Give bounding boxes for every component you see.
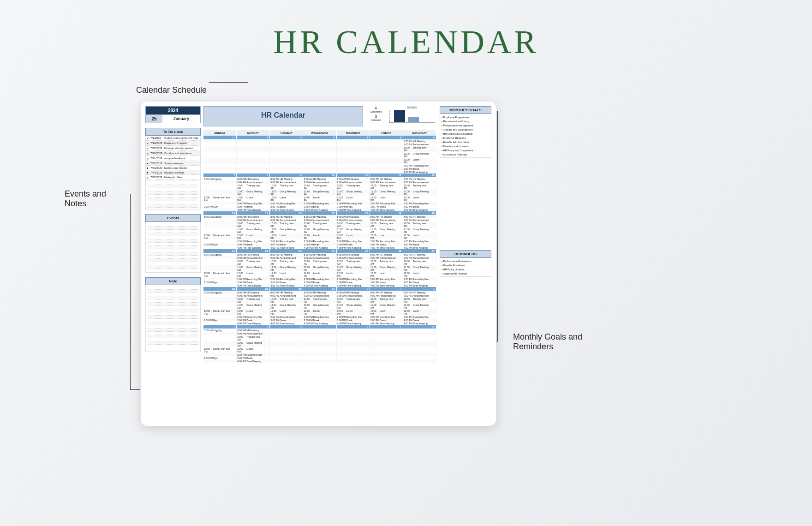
slot-cell: 10:00 AMTraining new — [303, 221, 336, 227]
checkbox-icon: ■ — [147, 162, 150, 165]
slot-time: 3:00 PM — [270, 243, 280, 246]
slot-cell — [337, 164, 370, 167]
slot-cell: 11:00 AMGroup Meeting — [403, 303, 436, 309]
slot-cell — [203, 294, 237, 297]
slot-row: 11:00 AMGroup Meeting — [203, 341, 436, 347]
slot-event: Dinner with fam — [213, 272, 236, 277]
slot-event: Group Meeting — [346, 304, 369, 309]
slot-time: 3:00 PM — [237, 281, 246, 284]
slot-time — [337, 353, 346, 356]
slot-time: 12:00 PM — [337, 196, 346, 202]
slot-time — [270, 347, 280, 353]
slot-cell: 4:00 PMTime Keeping — [337, 246, 370, 249]
slot-time: 2:00 PM — [337, 278, 346, 281]
slot-event: HR Meeting — [246, 329, 269, 332]
slot-cell: 12:00 PMLunch — [270, 271, 303, 277]
slot-row: 2:00 PMRecording files2:00 PMRecording f… — [203, 239, 436, 243]
slot-event: HR Meeting — [313, 291, 335, 294]
slot-cell — [303, 356, 336, 359]
slot-time — [270, 171, 280, 173]
slot-event: Recording files — [280, 316, 302, 318]
slot-time: 3:00 PM — [370, 319, 380, 322]
slot-time — [237, 140, 246, 143]
slot-cell — [203, 143, 237, 146]
slot-event: Break — [280, 281, 302, 284]
slot-time: 11:00 AM — [237, 341, 246, 347]
slot-cell: 3:00 PMBreak — [403, 318, 436, 322]
slot-time: 2:00 PM — [370, 316, 380, 318]
slot-cell: 12:00 PMLunch — [303, 309, 336, 315]
slot-cell — [237, 167, 270, 170]
slot-time — [304, 158, 313, 164]
slot-time — [204, 202, 213, 205]
slot-cell — [337, 335, 370, 341]
slot-time — [237, 167, 246, 170]
slot-event: Group Meeting — [280, 190, 302, 196]
slot-cell — [303, 158, 336, 164]
slot-cell: 8:00 AMJogging — [203, 215, 237, 218]
date-num: 1 — [337, 287, 370, 291]
note-header: Note — [145, 277, 201, 285]
slot-event: Training new — [280, 184, 302, 190]
slot-cell: 10:00 AMTraining new — [337, 297, 370, 303]
slot-event — [213, 181, 236, 184]
slot-event: Training new — [346, 184, 369, 190]
todo-item: ■7/22/2023Screen resumes — [146, 161, 200, 166]
slot-time: 11:00 AM — [270, 304, 280, 309]
slot-time — [204, 278, 213, 281]
slot-time: 10:00 AM — [404, 222, 413, 227]
slot-time: 11:00 AM — [304, 304, 313, 309]
slot-time — [237, 146, 246, 152]
slot-time: 4:00 PM — [404, 246, 413, 249]
date-num: 10 — [403, 325, 436, 329]
slot-cell: 12:00 PMLunch — [303, 196, 336, 202]
slot-cell — [203, 167, 237, 170]
slot-cell: 10:00 AMTraining new — [370, 221, 403, 227]
slot-time: 11:00 AM — [270, 190, 280, 196]
slot-event: Announcement — [246, 332, 269, 335]
slot-event: Break — [380, 243, 402, 246]
slot-event: Jogging — [213, 215, 236, 218]
slot-event: Time Keeping — [280, 209, 302, 211]
slot-time: 3:00 PM — [237, 205, 246, 208]
date-num: 10 — [303, 173, 336, 177]
slot-cell — [237, 143, 270, 146]
slot-cell — [403, 347, 436, 353]
slot-cell: 12:00 PMLunch — [237, 347, 270, 353]
slot-time — [204, 335, 213, 341]
slot-time: 9:00 AM — [404, 219, 413, 221]
slot-time: 3:00 PM — [204, 319, 213, 322]
slot-event — [213, 219, 236, 221]
slot-cell — [370, 359, 403, 363]
slot-cell: 4:00 PMTime Keeping — [370, 284, 403, 287]
slot-time: 8:00 AM — [237, 329, 246, 332]
slot-cell: 10:00 AMTraining new — [237, 221, 270, 227]
slot-cell: 8:00 AMHR Meeting — [237, 177, 270, 180]
slot-time — [337, 347, 346, 353]
slot-time: 9:00 AM — [404, 181, 413, 184]
slot-cell: 8:00 AMHR Meeting — [270, 291, 303, 294]
slot-event — [280, 329, 302, 332]
slot-event: Announcement — [313, 181, 335, 184]
slot-time — [204, 167, 213, 170]
slot-event: HR Meeting — [246, 291, 269, 294]
slot-time: 4:00 PM — [370, 246, 380, 249]
slot-time — [237, 143, 246, 146]
slot-time: 9:00 AM — [304, 219, 313, 221]
slot-event: Lunch — [380, 196, 402, 202]
slot-cell: 3:00 PMBreak — [337, 205, 370, 208]
slot-cell: 8:00 AMHR Meeting — [403, 139, 436, 143]
slot-row: 10:00 AMTraining new10:00 AMTraining new… — [203, 221, 436, 227]
slot-event: Time Keeping — [413, 284, 436, 287]
slot-cell: 4:00 PMTime Keeping — [370, 208, 403, 211]
slot-time — [204, 222, 213, 227]
slot-event: Dinner with fam — [213, 234, 236, 239]
slot-cell: 9:00 AMAnnouncement — [270, 180, 303, 184]
slot-event: Time Keeping — [313, 246, 335, 249]
slot-cell: 10:00 AMTraining new — [270, 221, 303, 227]
slot-event: Group Meeting — [380, 266, 402, 271]
slot-event: Time Keeping — [380, 246, 402, 249]
slot-time: 4:00 PM — [370, 322, 380, 325]
slot-time: 12:00 PM — [270, 196, 280, 202]
slot-time: 8:00 AM — [370, 178, 380, 180]
